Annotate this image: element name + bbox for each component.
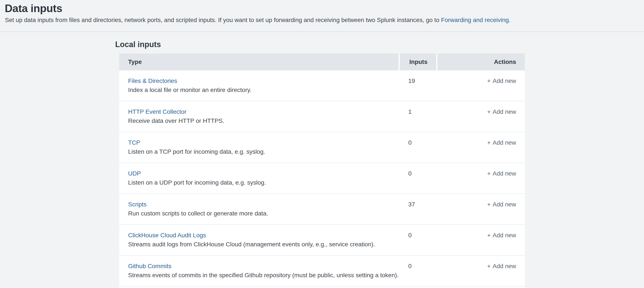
type-cell: TCP Listen on a TCP port for incoming da… bbox=[119, 132, 398, 163]
actions-cell: +Add new bbox=[436, 70, 525, 101]
add-new-link[interactable]: +Add new bbox=[487, 232, 516, 238]
add-new-link[interactable]: +Add new bbox=[487, 170, 516, 177]
type-cell: Github Commits Streams events of commits… bbox=[119, 256, 398, 286]
plus-icon: + bbox=[487, 138, 491, 147]
input-type-description: Receive data over HTTP or HTTPS. bbox=[128, 116, 394, 125]
input-type-link[interactable]: ClickHouse Cloud Audit Logs bbox=[128, 231, 206, 240]
input-type-link[interactable]: UDP bbox=[128, 169, 141, 178]
input-type-description: Run custom scripts to collect or generat… bbox=[128, 209, 394, 218]
inputs-count-cell: 0 bbox=[398, 132, 436, 163]
add-new-label: Add new bbox=[492, 139, 516, 146]
table-row: UDP Listen on a UDP port for incoming da… bbox=[119, 163, 525, 194]
input-type-description: Index a local file or monitor an entire … bbox=[128, 86, 394, 95]
plus-icon: + bbox=[487, 262, 491, 271]
type-cell: Files & Directories Index a local file o… bbox=[119, 70, 398, 101]
type-cell: HTTP Event Collector Receive data over H… bbox=[119, 101, 398, 132]
plus-icon: + bbox=[487, 169, 491, 178]
next-row-partial bbox=[119, 286, 525, 288]
input-type-link[interactable]: Files & Directories bbox=[128, 76, 177, 86]
add-new-link[interactable]: +Add new bbox=[487, 78, 516, 84]
input-type-link[interactable]: TCP bbox=[128, 138, 140, 147]
actions-cell: +Add new bbox=[436, 194, 525, 224]
inputs-count-cell: 1 bbox=[398, 101, 436, 132]
add-new-label: Add new bbox=[492, 201, 516, 208]
table-row: HTTP Event Collector Receive data over H… bbox=[119, 101, 525, 132]
input-type-description: Listen on a TCP port for incoming data, … bbox=[128, 147, 394, 156]
input-type-link[interactable]: Github Commits bbox=[128, 262, 172, 271]
plus-icon: + bbox=[487, 231, 491, 240]
column-header-type: Type bbox=[119, 54, 398, 70]
table-row: Github Commits Streams events of commits… bbox=[119, 256, 525, 286]
plus-icon: + bbox=[487, 200, 491, 209]
add-new-label: Add new bbox=[492, 78, 516, 84]
add-new-label: Add new bbox=[492, 263, 516, 269]
inputs-count-cell: 0 bbox=[398, 225, 436, 255]
inputs-count-cell: 0 bbox=[398, 256, 436, 286]
table-row: Scripts Run custom scripts to collect or… bbox=[119, 194, 525, 225]
add-new-label: Add new bbox=[492, 108, 516, 115]
inputs-count-cell: 0 bbox=[398, 163, 436, 193]
column-header-inputs: Inputs bbox=[398, 54, 436, 70]
column-header-actions: Actions bbox=[436, 54, 525, 70]
table-row: Files & Directories Index a local file o… bbox=[119, 70, 525, 101]
input-type-description: Streams audit logs from ClickHouse Cloud… bbox=[128, 240, 394, 249]
actions-cell: +Add new bbox=[436, 225, 525, 255]
actions-cell: +Add new bbox=[436, 256, 525, 286]
plus-icon: + bbox=[487, 76, 491, 86]
type-cell: ClickHouse Cloud Audit Logs Streams audi… bbox=[119, 225, 398, 255]
actions-cell: +Add new bbox=[436, 132, 525, 163]
type-cell: UDP Listen on a UDP port for incoming da… bbox=[119, 163, 398, 193]
page-title: Data inputs bbox=[5, 2, 638, 15]
plus-icon: + bbox=[487, 107, 491, 116]
table-header-row: Type Inputs Actions bbox=[119, 54, 525, 70]
add-new-label: Add new bbox=[492, 232, 516, 238]
table-row: TCP Listen on a TCP port for incoming da… bbox=[119, 132, 525, 163]
forwarding-receiving-link[interactable]: Forwarding and receiving bbox=[441, 17, 509, 23]
input-type-link[interactable]: Scripts bbox=[128, 200, 147, 209]
description-text: Set up data inputs from files and direct… bbox=[5, 17, 441, 23]
type-cell: Scripts Run custom scripts to collect or… bbox=[119, 194, 398, 224]
page-description: Set up data inputs from files and direct… bbox=[5, 16, 638, 24]
table-row: ClickHouse Cloud Audit Logs Streams audi… bbox=[119, 225, 525, 256]
inputs-count-cell: 19 bbox=[398, 70, 436, 101]
data-inputs-page: Data inputs Set up data inputs from file… bbox=[0, 0, 644, 288]
section-heading: Local inputs bbox=[115, 40, 644, 49]
add-new-link[interactable]: +Add new bbox=[487, 139, 516, 146]
add-new-label: Add new bbox=[492, 170, 516, 177]
content-area: Local inputs Type Inputs Actions Files &… bbox=[0, 32, 644, 288]
input-type-link[interactable]: HTTP Event Collector bbox=[128, 107, 186, 116]
input-type-description: Streams events of commits in the specifi… bbox=[128, 271, 394, 280]
local-inputs-table: Type Inputs Actions Files & Directories … bbox=[119, 54, 525, 288]
add-new-link[interactable]: +Add new bbox=[487, 263, 516, 269]
table-body: Files & Directories Index a local file o… bbox=[119, 70, 525, 286]
actions-cell: +Add new bbox=[436, 101, 525, 132]
actions-cell: +Add new bbox=[436, 163, 525, 193]
input-type-description: Listen on a UDP port for incoming data, … bbox=[128, 178, 394, 187]
add-new-link[interactable]: +Add new bbox=[487, 201, 516, 208]
inputs-count-cell: 37 bbox=[398, 194, 436, 224]
add-new-link[interactable]: +Add new bbox=[487, 108, 516, 115]
page-header: Data inputs Set up data inputs from file… bbox=[0, 0, 644, 32]
description-period: . bbox=[509, 17, 510, 23]
